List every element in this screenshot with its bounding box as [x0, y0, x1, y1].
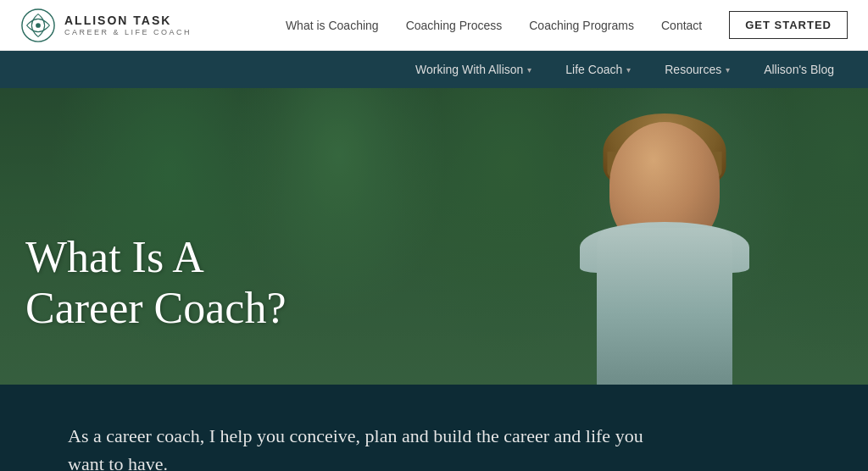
secondary-nav-allisons-blog[interactable]: Allison's Blog [750, 63, 848, 76]
secondary-nav: Working With Allison ▾ Life Coach ▾ Reso… [0, 51, 868, 88]
logo-name: ALLISON TASK [64, 14, 192, 28]
hero-heading: What Is A Career Coach? [25, 232, 286, 334]
hero-text: What Is A Career Coach? [25, 232, 286, 334]
logo-text-block: ALLISON TASK CAREER & LIFE COACH [64, 14, 192, 37]
nav-coaching-programs[interactable]: Coaching Programs [529, 19, 634, 32]
svg-point-1 [36, 23, 41, 28]
nav-what-is-coaching[interactable]: What is Coaching [286, 19, 379, 32]
hero-section: What Is A Career Coach? [0, 88, 868, 385]
nav-coaching-process[interactable]: Coaching Process [406, 19, 503, 32]
secondary-nav-working-with-allison[interactable]: Working With Allison ▾ [402, 63, 545, 76]
logo-area[interactable]: ALLISON TASK CAREER & LIFE COACH [20, 8, 192, 43]
bottom-text: As a career coach, I help you conceive, … [68, 422, 661, 471]
logo-icon [20, 8, 56, 43]
secondary-nav-life-coach[interactable]: Life Coach ▾ [552, 63, 644, 76]
top-nav: What is Coaching Coaching Process Coachi… [286, 11, 848, 39]
person-shape [546, 105, 783, 385]
nav-contact[interactable]: Contact [661, 19, 702, 32]
person-body [597, 228, 732, 385]
bottom-section: As a career coach, I help you conceive, … [0, 385, 868, 471]
top-header: ALLISON TASK CAREER & LIFE COACH What is… [0, 0, 868, 51]
chevron-down-icon: ▾ [626, 65, 631, 75]
chevron-down-icon: ▾ [726, 65, 730, 75]
secondary-nav-resources[interactable]: Resources ▾ [651, 63, 743, 76]
chevron-down-icon: ▾ [527, 65, 531, 75]
logo-subtitle: CAREER & LIFE COACH [64, 28, 192, 37]
get-started-button[interactable]: GET STARTED [729, 11, 848, 39]
hero-person [529, 97, 800, 385]
